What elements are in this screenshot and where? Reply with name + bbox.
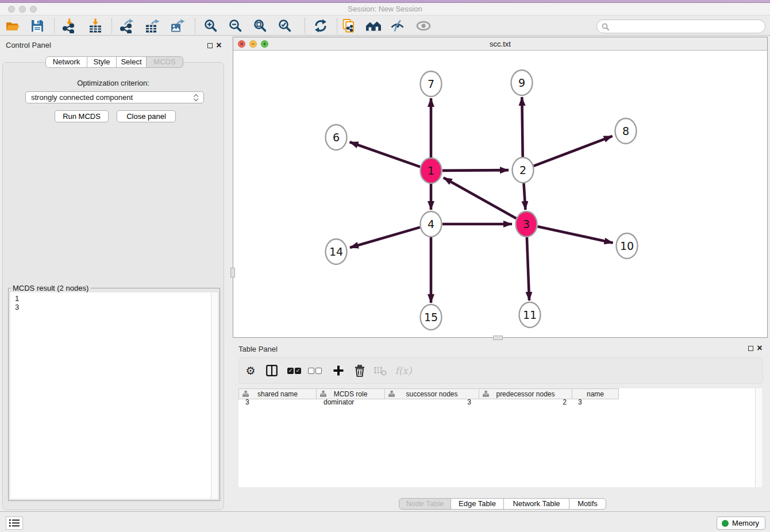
zoom-selected-icon — [278, 18, 292, 33]
graph-node-label-10: 10 — [620, 240, 634, 252]
save-session-button[interactable] — [26, 17, 48, 35]
column-header-shared-name[interactable]: shared name — [238, 388, 317, 399]
graph-edge-3-1[interactable] — [444, 178, 517, 218]
tab-style[interactable]: Style — [87, 56, 117, 68]
tab-edge-table[interactable]: Edge Table — [451, 498, 504, 510]
network-graph[interactable]: 1234678910111415 — [233, 51, 767, 338]
network-file-icon — [341, 18, 356, 33]
graph-edge-4-14[interactable] — [350, 228, 420, 248]
trash-icon — [355, 365, 365, 377]
export-network-button[interactable] — [116, 17, 137, 35]
search-input[interactable] — [612, 21, 760, 32]
tab-mcds[interactable]: MCDS — [146, 56, 183, 68]
column-header-predecessor-nodes[interactable]: predecessor nodes — [479, 388, 572, 399]
import-network-button[interactable] — [58, 17, 80, 35]
control-panel-tabs: Network Style Select MCDS — [45, 56, 183, 68]
function-builder-button[interactable]: f(x) — [395, 358, 411, 383]
table-mode-button[interactable]: ⚙ — [245, 358, 255, 383]
unchecked-boxes-icon — [308, 368, 322, 374]
application-window: Session: New Session — [0, 0, 770, 532]
graph-edge-3-11[interactable] — [527, 236, 529, 300]
delete-column-button[interactable] — [355, 358, 365, 383]
graph-edge-1-6[interactable] — [350, 142, 421, 167]
toolbar-separator — [111, 18, 112, 33]
plus-icon — [333, 365, 344, 376]
column-label: MCDS role — [334, 390, 368, 398]
panel-splitter-handle[interactable] — [493, 336, 503, 340]
select-all-button[interactable]: ✓✓ — [287, 358, 301, 383]
float-table-panel-icon[interactable] — [746, 344, 755, 352]
result-line: 1 — [10, 292, 218, 303]
table-toolbar: ⚙ ✓✓ — [238, 357, 763, 384]
graph-node-label-8: 8 — [622, 125, 629, 137]
panel-splitter-handle[interactable] — [230, 268, 235, 277]
column-header-name[interactable]: name — [572, 388, 619, 399]
zoom-in-button[interactable] — [200, 17, 222, 35]
network-window-titlebar[interactable]: × − + scc.txt — [233, 37, 767, 51]
show-columns-button[interactable] — [266, 358, 278, 383]
graph-node-label-1: 1 — [428, 164, 434, 177]
graph-node-label-6: 6 — [333, 131, 340, 144]
graph-node-label-4: 4 — [428, 218, 434, 230]
tab-network[interactable]: Network — [45, 56, 87, 68]
table-scrollbar[interactable] — [755, 388, 762, 487]
control-panel-title: Control Panel — [6, 41, 51, 49]
open-folder-icon — [5, 18, 20, 33]
result-scrollbar[interactable] — [211, 292, 218, 499]
close-panel-icon[interactable]: × — [214, 41, 224, 49]
mcds-result-area[interactable]: 1 3 — [10, 292, 218, 499]
status-bar: Memory — [0, 511, 770, 532]
gear-icon: ⚙ — [245, 364, 255, 377]
export-table-button[interactable] — [141, 17, 163, 35]
memory-status-dot — [722, 520, 729, 527]
run-mcds-button[interactable]: Run MCDS — [55, 110, 109, 122]
graph-edge-1-2[interactable] — [442, 170, 509, 171]
table-header-row: shared name MCDS role successor nodes pr… — [238, 388, 619, 399]
home-button[interactable] — [363, 17, 384, 35]
graph-edge-2-9[interactable] — [522, 97, 522, 159]
memory-button[interactable]: Memory — [717, 516, 765, 530]
graph-edge-2-3[interactable] — [523, 182, 525, 210]
network-from-file-button[interactable] — [338, 17, 360, 35]
close-table-panel-icon[interactable]: × — [755, 344, 764, 352]
tab-motifs[interactable]: Motifs — [569, 498, 606, 510]
export-image-icon — [170, 18, 185, 33]
show-graphics-details-button[interactable] — [413, 17, 434, 35]
node-table: shared name MCDS role successor nodes pr… — [238, 388, 762, 487]
table-tabs: Node Table Edge Table Network Table Moti… — [399, 498, 606, 510]
column-label: predecessor nodes — [496, 390, 555, 398]
refresh-layout-button[interactable] — [310, 17, 332, 35]
criterion-select[interactable]: strongly connected component — [25, 91, 204, 103]
mcds-result-title: MCDS result (2 nodes) — [11, 284, 90, 292]
add-column-button[interactable] — [333, 358, 344, 383]
import-table-button[interactable] — [84, 17, 106, 35]
column-header-successor-nodes[interactable]: successor nodes — [385, 388, 479, 399]
zoom-selected-button[interactable] — [274, 17, 296, 35]
graph-node-label-11: 11 — [523, 309, 537, 321]
tree-icon — [483, 391, 489, 397]
table-panel: Table Panel × ⚙ ✓✓ — [233, 342, 770, 511]
task-history-button[interactable] — [6, 516, 23, 530]
graph-edge-2-8[interactable] — [534, 136, 613, 166]
eye-icon — [415, 18, 432, 33]
tab-node-table[interactable]: Node Table — [399, 498, 451, 510]
criterion-value: strongly connected component — [31, 93, 133, 102]
export-image-button[interactable] — [167, 17, 188, 35]
close-panel-button[interactable]: Close panel — [117, 110, 176, 122]
deselect-all-button[interactable] — [308, 358, 322, 383]
tab-network-table[interactable]: Network Table — [503, 498, 569, 510]
column-header-mcds-role[interactable]: MCDS role — [317, 388, 385, 399]
mcds-result-box: MCDS result (2 nodes) 1 3 — [8, 284, 220, 501]
checked-boxes-icon: ✓✓ — [287, 368, 301, 374]
float-panel-icon[interactable] — [205, 41, 214, 49]
hide-panels-button[interactable] — [387, 17, 409, 35]
graph-edge-3-10[interactable] — [538, 226, 613, 242]
graph-node-label-9: 9 — [518, 76, 525, 89]
zoom-out-button[interactable] — [225, 17, 247, 35]
delete-table-button[interactable] — [374, 358, 387, 383]
tab-select[interactable]: Select — [116, 56, 147, 68]
column-label: name — [587, 390, 604, 398]
zoom-fit-button[interactable] — [249, 17, 271, 35]
open-session-button[interactable] — [2, 17, 24, 35]
optimization-criterion-label: Optimization criterion: — [0, 79, 226, 87]
